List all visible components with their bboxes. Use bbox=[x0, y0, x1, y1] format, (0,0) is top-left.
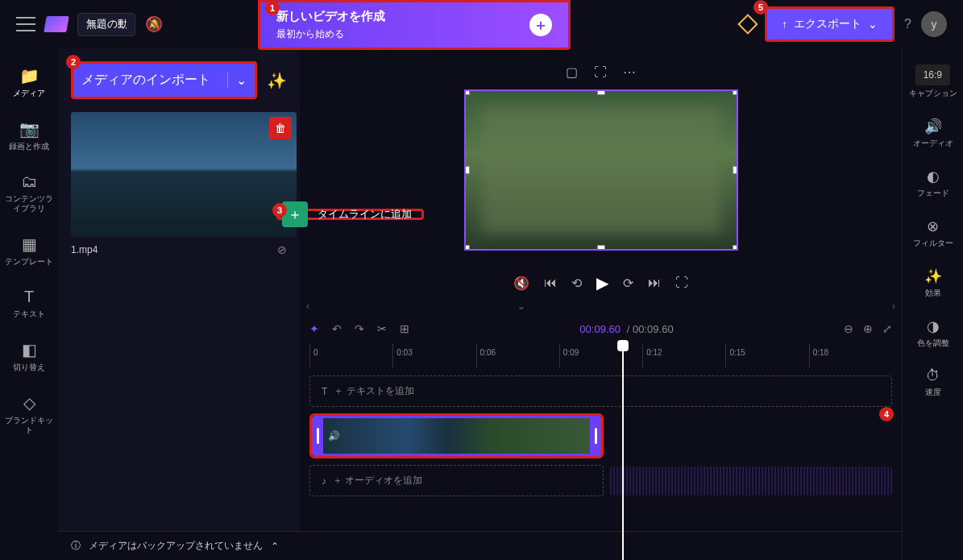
ruler-tick: 0:06 bbox=[476, 343, 559, 367]
sidebar-item-transitions[interactable]: ◧切り替え bbox=[0, 334, 58, 379]
sidebar-item-effects[interactable]: ✨効果 bbox=[903, 261, 963, 305]
aspect-ratio-badge[interactable]: 16:9 bbox=[915, 64, 950, 85]
fullscreen-icon[interactable]: ⛶ bbox=[675, 276, 688, 290]
redo-icon[interactable]: ↷ bbox=[355, 322, 364, 335]
chevron-right-icon[interactable]: › bbox=[892, 301, 895, 312]
sidebar-item-record[interactable]: 📷録画と作成 bbox=[0, 113, 58, 158]
header: 🔕 1 新しいビデオを作成 最初から始める ＋ 5 ↑ エクスポート ⌄ ? y bbox=[0, 0, 963, 48]
create-video-banner[interactable]: 1 新しいビデオを作成 最初から始める ＋ bbox=[258, 0, 571, 50]
delete-media-button[interactable]: 🗑 bbox=[269, 117, 292, 139]
resize-handle[interactable] bbox=[733, 89, 738, 95]
more-icon[interactable]: ⋯ bbox=[620, 61, 639, 83]
zoom-out-icon[interactable]: ⊖ bbox=[844, 322, 853, 335]
sidebar-item-audio[interactable]: 🔊オーディオ bbox=[903, 111, 963, 155]
resize-handle[interactable] bbox=[733, 245, 738, 251]
resize-handle[interactable] bbox=[464, 166, 470, 174]
menu-icon[interactable] bbox=[16, 17, 35, 31]
import-media-button[interactable]: メディアのインポート ⌄ bbox=[71, 61, 257, 99]
premium-icon[interactable] bbox=[737, 14, 758, 34]
add-audio-label: ＋ オーディオを追加 bbox=[333, 474, 422, 487]
media-filename-row: 1.mp4 ⊘ bbox=[71, 243, 287, 256]
audio-icon: 🔊 bbox=[328, 430, 340, 442]
sidebar-label: 効果 bbox=[925, 288, 941, 298]
zoom-in-icon[interactable]: ⊕ bbox=[863, 322, 873, 335]
chevron-down-icon[interactable]: ⌄ bbox=[517, 301, 525, 312]
sidebar-item-media[interactable]: 📁メディア bbox=[0, 60, 58, 105]
timeline-time: 00:09.60 / 00:09.60 bbox=[579, 323, 673, 335]
banner-plus-icon[interactable]: ＋ bbox=[529, 14, 552, 36]
annotation-4: 4 bbox=[879, 407, 894, 421]
ai-tools-icon[interactable]: ✨ bbox=[267, 71, 287, 90]
sidebar-item-library[interactable]: 🗂コンテンツライブラリ bbox=[0, 166, 58, 220]
crop-icon[interactable]: ▢ bbox=[562, 61, 581, 83]
undo-icon[interactable]: ↶ bbox=[332, 322, 342, 335]
ruler-tick: 0:15 bbox=[725, 343, 808, 367]
play-button[interactable]: ▶ bbox=[596, 273, 608, 292]
templates-icon: ▦ bbox=[22, 234, 37, 254]
timeline-ruler[interactable]: 0 0:03 0:06 0:09 0:12 0:15 0:18 bbox=[300, 343, 902, 367]
sidebar-label: メディア bbox=[13, 89, 45, 98]
zoom-fit-icon[interactable]: ⤢ bbox=[882, 322, 892, 335]
sidebar-item-brandkit[interactable]: ◇ブランドキット bbox=[0, 387, 58, 442]
sidebar-item-color[interactable]: ◑色を調整 bbox=[903, 311, 963, 355]
user-avatar[interactable]: y bbox=[921, 11, 947, 37]
total-time: 00:09.60 bbox=[633, 323, 674, 335]
sidebar-item-text[interactable]: Tテキスト bbox=[0, 281, 58, 326]
sidebar-label: キャプション bbox=[909, 89, 957, 98]
clip-trim-right[interactable] bbox=[590, 416, 601, 456]
resize-handle[interactable] bbox=[464, 89, 470, 95]
export-button[interactable]: ↑ エクスポート ⌄ bbox=[765, 6, 895, 42]
notifications-icon[interactable]: 🔕 bbox=[145, 15, 163, 33]
help-icon[interactable]: ? bbox=[904, 17, 911, 31]
resize-handle[interactable] bbox=[733, 166, 738, 174]
center-area: ▢ ⛶ ⋯ 16:9 ↻ 🔇 ⏮ ⟲ ▶ bbox=[300, 48, 902, 560]
add-text-label: ＋ テキストを追加 bbox=[334, 384, 413, 398]
chevron-up-icon[interactable]: ⌃ bbox=[271, 541, 279, 552]
clip-trim-left[interactable] bbox=[312, 416, 323, 456]
sidebar-item-templates[interactable]: ▦テンプレート bbox=[0, 228, 58, 273]
mute-icon[interactable]: 🔇 bbox=[513, 276, 529, 291]
resize-handle[interactable] bbox=[464, 245, 470, 251]
sidebar-label: フェード bbox=[917, 189, 949, 198]
sidebar-label: テンプレート bbox=[5, 257, 53, 267]
project-title-input[interactable] bbox=[77, 13, 135, 36]
split-icon[interactable]: ✂ bbox=[377, 322, 387, 335]
transitions-icon: ◧ bbox=[22, 340, 37, 359]
resize-handle[interactable] bbox=[597, 245, 605, 251]
next-frame-icon[interactable]: ⏭ bbox=[648, 276, 661, 290]
annotation-3: 3 bbox=[272, 203, 287, 218]
resize-handle[interactable] bbox=[597, 89, 605, 95]
preview-canvas[interactable]: ↻ bbox=[464, 89, 738, 251]
add-text-track-button[interactable]: T ＋ テキストを追加 bbox=[309, 375, 892, 407]
clip-body[interactable]: 🔊 bbox=[323, 416, 601, 456]
chevron-left-icon[interactable]: ‹ bbox=[306, 301, 309, 312]
preview-toolbar: ▢ ⛶ ⋯ bbox=[562, 61, 639, 83]
sidebar-label: テキスト bbox=[13, 309, 45, 319]
add-clip-icon[interactable]: ⊞ bbox=[400, 322, 409, 335]
chevron-down-icon[interactable]: ⌄ bbox=[227, 73, 247, 88]
magic-icon[interactable]: ✦ bbox=[309, 322, 319, 335]
fit-icon[interactable]: ⛶ bbox=[591, 62, 610, 83]
sidebar-item-speed[interactable]: ⏱速度 bbox=[903, 361, 963, 404]
sidebar-label: フィルター bbox=[913, 239, 953, 248]
upload-icon: ↑ bbox=[782, 18, 787, 31]
banner-subtitle: 最初から始める bbox=[276, 27, 385, 41]
speaker-icon: 🔊 bbox=[924, 118, 942, 135]
forward-5-icon[interactable]: ⟳ bbox=[623, 276, 633, 291]
prev-frame-icon[interactable]: ⏮ bbox=[544, 276, 557, 290]
sidebar-item-fade[interactable]: ◐フェード bbox=[903, 161, 963, 205]
rewind-5-icon[interactable]: ⟲ bbox=[571, 276, 582, 291]
preview-area: ▢ ⛶ ⋯ 16:9 ↻ 🔇 ⏮ ⟲ ▶ bbox=[300, 48, 902, 298]
media-panel: 2 メディアのインポート ⌄ ✨ 🗑 3 ＋ タイムラインに追加 1.mp4 ⊘ bbox=[58, 48, 300, 560]
ruler-tick: 0:12 bbox=[642, 343, 725, 367]
app-logo[interactable] bbox=[44, 16, 69, 32]
add-audio-track-button[interactable]: ♪ ＋ オーディオを追加 bbox=[309, 465, 604, 496]
fade-icon: ◐ bbox=[927, 168, 940, 185]
media-thumbnail[interactable]: 🗑 3 ＋ タイムラインに追加 bbox=[71, 112, 297, 237]
sidebar-item-filters[interactable]: ⊗フィルター bbox=[903, 211, 963, 255]
playhead[interactable] bbox=[622, 343, 624, 560]
ruler-tick: 0 bbox=[309, 343, 392, 367]
ruler-tick: 0:09 bbox=[559, 343, 642, 367]
video-clip[interactable]: 🔊 bbox=[309, 413, 604, 458]
music-icon: ♪ bbox=[322, 475, 326, 487]
